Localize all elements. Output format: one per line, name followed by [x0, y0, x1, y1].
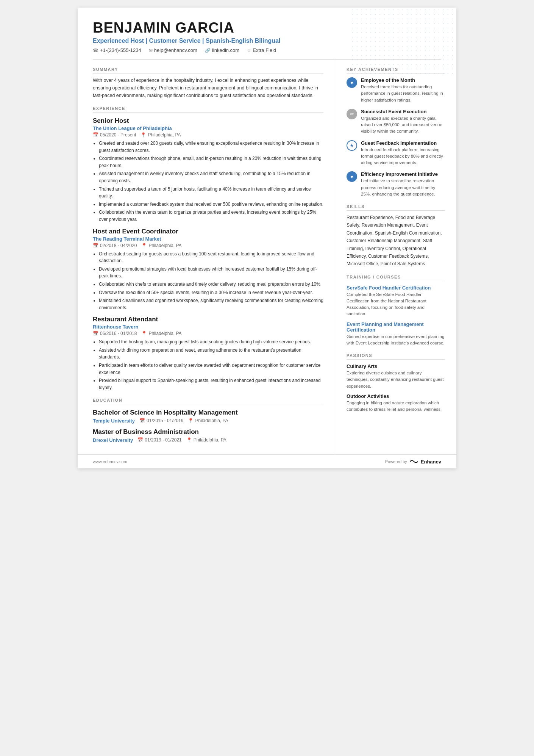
left-column: SUMMARY With over 4 years of experience …: [78, 59, 335, 454]
location-icon-4: 📍: [188, 418, 194, 423]
training-1-title: ServSafe Food Handler Certification: [347, 285, 445, 291]
job-3-dates: 📅 06/2016 - 01/2018: [93, 331, 137, 336]
extra-value: Extra Field: [253, 47, 276, 53]
job-3-company: Rittenhouse Tavern: [93, 324, 323, 330]
achievement-1-desc: Received three times for outstanding per…: [361, 84, 445, 103]
right-column: KEY ACHIEVEMENTS ♥ Employee of the Month…: [335, 59, 456, 454]
achievement-2-title: Successful Event Execution: [361, 109, 445, 114]
passion-1-desc: Exploring diverse cuisines and culinary …: [347, 370, 445, 390]
job-2-title: Host and Event Coordinator: [93, 228, 323, 235]
email-icon: ✉: [149, 48, 153, 53]
degree-2: Master of Business Administration Drexel…: [93, 428, 323, 443]
job-3-meta: 📅 06/2016 - 01/2018 📍 Philadelphia, PA: [93, 331, 323, 336]
resume-page: BENJAMIN GARCIA Experienced Host | Custo…: [78, 8, 456, 468]
training-label: TRAINING / COURSES: [347, 275, 445, 281]
degree-1-title: Bachelor of Science in Hospitality Manag…: [93, 409, 323, 416]
job-1-bullets: Greeted and seated over 200 guests daily…: [93, 140, 323, 223]
website-contact: 🔗 linkedin.com: [205, 47, 239, 53]
achievement-1-text: Employee of the Month Received three tim…: [361, 77, 445, 103]
extra-contact: ☆ Extra Field: [247, 47, 276, 53]
contact-row: ☎ +1-(234)-555-1234 ✉ help@enhancv.com 🔗…: [93, 47, 441, 53]
bullet-item: Provided bilingual support to Spanish-sp…: [99, 377, 323, 391]
training-1-desc: Completed the ServSafe Food Handler Cert…: [347, 291, 445, 318]
job-2-location: 📍 Philadelphia, PA: [141, 243, 181, 248]
passion-1-title: Culinary Arts: [347, 363, 445, 369]
bullet-item: Implemented a customer feedback system t…: [99, 201, 323, 208]
website-value: linkedin.com: [212, 47, 239, 53]
achievement-2-desc: Organized and executed a charity gala, r…: [361, 115, 445, 135]
location-icon-1: 📍: [141, 132, 146, 138]
job-3-title: Restaurant Attendant: [93, 316, 323, 323]
calendar-icon-1: 📅: [93, 132, 98, 138]
job-2-bullets: Orchestrated seating for guests across a…: [93, 250, 323, 311]
star-icon: ☆: [247, 48, 251, 53]
bullet-item: Greeted and seated over 200 guests daily…: [99, 140, 323, 154]
job-1-dates: 📅 05/2020 - Present: [93, 132, 136, 138]
bullet-item: Collaborated with the events team to org…: [99, 209, 323, 223]
job-1: Senior Host The Union League of Philadel…: [93, 117, 323, 223]
summary-label: SUMMARY: [93, 67, 323, 74]
candidate-name: BENJAMIN GARCIA: [93, 20, 441, 36]
passions-label: PASSIONS: [347, 353, 445, 360]
degree-2-location: 📍 Philadelphia, PA: [186, 437, 226, 443]
achievement-3: ★ Guest Feedback Implementation Introduc…: [347, 140, 445, 166]
bullet-item: Developed promotional strategies with lo…: [99, 266, 323, 280]
calendar-icon-3: 📅: [93, 331, 98, 336]
bullet-item: Supported the hosting team, managing gue…: [99, 338, 323, 346]
degree-2-dates: 📅 01/2019 - 01/2021: [137, 437, 181, 443]
training-2-desc: Gained expertise in comprehensive event …: [347, 333, 445, 347]
achievement-2: ✏ Successful Event Execution Organized a…: [347, 109, 445, 135]
job-1-meta: 📅 05/2020 - Present 📍 Philadelphia, PA: [93, 132, 323, 138]
bullet-item: Assisted management in weekly inventory …: [99, 170, 323, 184]
location-icon-2: 📍: [141, 243, 147, 248]
skills-text: Restaurant Experience, Food and Beverage…: [347, 214, 445, 268]
footer-brand: Powered by Enhancv: [385, 459, 441, 465]
bullet-item: Orchestrated seating for guests across a…: [99, 250, 323, 265]
job-1-location: 📍 Philadelphia, PA: [141, 132, 181, 138]
candidate-title: Experienced Host | Customer Service | Sp…: [93, 38, 441, 44]
job-3: Restaurant Attendant Rittenhouse Tavern …: [93, 316, 323, 391]
bullet-item: Coordinated reservations through phone, …: [99, 155, 323, 169]
bullet-item: Collaborated with chefs to ensure accura…: [99, 281, 323, 288]
job-2: Host and Event Coordinator The Reading T…: [93, 228, 323, 311]
calendar-icon-4: 📅: [139, 418, 145, 423]
achievement-3-icon: ★: [347, 140, 357, 151]
achievement-3-title: Guest Feedback Implementation: [361, 140, 445, 146]
passion-2-title: Outdoor Activities: [347, 393, 445, 399]
footer: www.enhancv.com Powered by Enhancv: [78, 454, 456, 468]
job-2-company: The Reading Terminal Market: [93, 236, 323, 242]
enhancv-logo-icon: [409, 459, 418, 465]
experience-label: EXPERIENCE: [93, 106, 323, 113]
achievement-4-text: Efficiency Improvement Initiative Led in…: [361, 171, 445, 197]
job-1-company: The Union League of Philadelphia: [93, 125, 323, 131]
phone-value: +1-(234)-555-1234: [100, 47, 141, 53]
email-contact: ✉ help@enhancv.com: [149, 47, 197, 53]
degree-2-meta: Drexel University 📅 01/2019 - 01/2021 📍 …: [93, 437, 323, 443]
passion-1: Culinary Arts Exploring diverse cuisines…: [347, 363, 445, 390]
degree-1-meta: Temple University 📅 01/2015 - 01/2019 📍 …: [93, 417, 323, 424]
bullet-item: Maintained cleanliness and organized wor…: [99, 297, 323, 311]
degree-1: Bachelor of Science in Hospitality Manag…: [93, 409, 323, 424]
email-value: help@enhancv.com: [154, 47, 197, 53]
achievement-3-text: Guest Feedback Implementation Introduced…: [361, 140, 445, 166]
training-2: Event Planning and Management Certificat…: [347, 321, 445, 347]
bullet-item: Trained and supervised a team of 5 junio…: [99, 186, 323, 200]
achievement-1-title: Employee of the Month: [361, 77, 445, 83]
education-label: EDUCATION: [93, 398, 323, 404]
achievement-2-text: Successful Event Execution Organized and…: [361, 109, 445, 135]
link-icon: 🔗: [205, 48, 211, 53]
achievement-3-desc: Introduced feedback platform, increasing…: [361, 147, 445, 166]
phone-icon: ☎: [93, 48, 98, 53]
footer-website: www.enhancv.com: [93, 459, 127, 464]
passion-2: Outdoor Activities Engaging in hiking an…: [347, 393, 445, 413]
header-section: BENJAMIN GARCIA Experienced Host | Custo…: [78, 8, 456, 59]
phone-contact: ☎ +1-(234)-555-1234: [93, 47, 141, 53]
job-2-dates: 📅 02/2018 - 04/2020: [93, 243, 137, 248]
degree-2-school: Drexel University: [93, 437, 133, 443]
bullet-item: Participated in team efforts to deliver …: [99, 362, 323, 376]
degree-1-location: 📍 Philadelphia, PA: [188, 418, 228, 423]
job-3-location: 📍 Philadelphia, PA: [141, 331, 181, 336]
calendar-icon-2: 📅: [93, 243, 98, 248]
content-area: SUMMARY With over 4 years of experience …: [78, 59, 456, 454]
calendar-icon-5: 📅: [137, 437, 143, 443]
